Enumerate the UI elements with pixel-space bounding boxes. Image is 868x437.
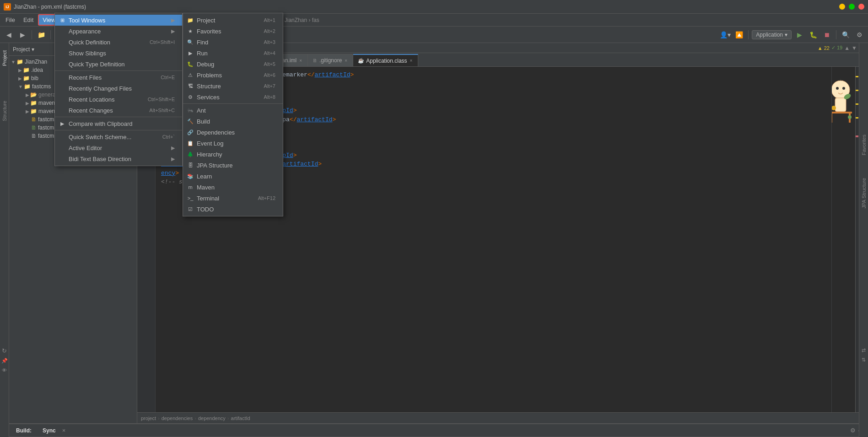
settings-icon[interactable]: ⚙	[850, 427, 856, 434]
tab-close-button[interactable]: ×	[409, 58, 414, 64]
view-menu-quick-switch[interactable]: Quick Switch Scheme... Ctrl+`	[55, 131, 182, 142]
tw-build[interactable]: 🔨 Build	[183, 116, 283, 127]
shortcut-label: Alt+F12	[258, 195, 275, 201]
tw-jpa-structure[interactable]: 🗄 JPA Structure	[183, 160, 283, 171]
tw-project[interactable]: 📁 Project Alt+1	[183, 15, 283, 26]
tree-expand-icon: ▶	[26, 92, 29, 97]
tab-gitignore[interactable]: 🗎 .gitignore ×	[308, 54, 353, 66]
recent-changes-icon	[59, 107, 66, 114]
breadcrumb-separator: ›	[158, 415, 160, 421]
settings-button[interactable]: ⚙	[853, 29, 865, 41]
sort-icon[interactable]: ⇅	[862, 357, 866, 363]
bottom-tab-build[interactable]: Build:	[11, 426, 36, 435]
tw-find[interactable]: 🔍 Find Alt+3	[183, 37, 283, 48]
project-panel-label[interactable]: Project	[1, 47, 8, 70]
tw-learn[interactable]: 📚 Learn	[183, 171, 283, 182]
tw-hierarchy[interactable]: 🌲 Hierarchy	[183, 149, 283, 160]
view-menu-recent-changes[interactable]: Recent Changes Alt+Shift+C	[55, 105, 182, 116]
maximize-button[interactable]	[849, 4, 855, 10]
view-menu-compare-clipboard[interactable]: ▶ Compare with Clipboard	[55, 118, 182, 129]
tw-terminal[interactable]: >_ Terminal Alt+F12	[183, 193, 283, 204]
sync-tab-close-button[interactable]: ×	[62, 427, 66, 434]
breadcrumb-item[interactable]: dependencies	[162, 415, 193, 421]
prev-warning-button[interactable]: ▲	[844, 45, 850, 51]
next-warning-button[interactable]: ▼	[852, 45, 857, 51]
tab-icon: ☕	[358, 58, 364, 64]
run-config-label: Application	[756, 32, 783, 38]
tw-run[interactable]: ▶ Run Alt+4	[183, 48, 283, 59]
back-button[interactable]: ◀	[3, 29, 15, 41]
submenu-arrow-icon: ▶	[171, 17, 175, 23]
tw-structure[interactable]: 🏗 Structure Alt+7	[183, 81, 283, 92]
bottom-right-strip: ⇄ ⇅	[859, 345, 868, 437]
tab-close-button[interactable]: ×	[298, 58, 303, 64]
tw-dependencies[interactable]: 🔗 Dependencies	[183, 127, 283, 138]
menu-edit[interactable]: Edit	[20, 15, 37, 25]
tw-debug[interactable]: 🐛 Debug Alt+5	[183, 59, 283, 70]
favorites-label[interactable]: Favorites	[861, 135, 867, 155]
view-menu-appearance[interactable]: Appearance ▶	[55, 26, 182, 37]
quick-type-icon	[59, 60, 66, 68]
editor-scrollbar-panel[interactable]	[831, 67, 859, 412]
folder-icon: 📁	[23, 75, 30, 81]
shortcut-label: Alt+3	[264, 39, 275, 45]
view-menu-show-siblings[interactable]: Show Siblings	[55, 48, 182, 59]
breadcrumb-item[interactable]: dependency	[198, 415, 226, 421]
tw-maven[interactable]: m Maven	[183, 182, 283, 193]
bottom-tab-sync[interactable]: Sync	[38, 426, 60, 435]
tree-item-label: fastcms	[32, 83, 51, 90]
tw-event-log[interactable]: 📋 Event Log	[183, 138, 283, 149]
forward-button[interactable]: ▶	[16, 29, 28, 41]
tw-favorites[interactable]: ★ Favorites Alt+2	[183, 26, 283, 37]
tw-problems[interactable]: ⚠ Problems Alt+6	[183, 70, 283, 81]
view-menu-tool-windows[interactable]: ⊞ Tool Windows ▶	[55, 15, 182, 26]
close-button[interactable]	[858, 4, 864, 10]
view-menu-recent-files[interactable]: Recent Files Ctrl+E	[55, 72, 182, 83]
menu-file[interactable]: File	[2, 15, 19, 25]
tab-close-button[interactable]: ×	[344, 58, 348, 64]
warning-count: ▲ 22	[818, 45, 830, 51]
eye-icon[interactable]: 👁	[2, 367, 7, 373]
pin-icon[interactable]: 📌	[1, 358, 8, 364]
wrap-icon[interactable]: ⇄	[862, 347, 866, 353]
tw-services[interactable]: ⚙ Services Alt+8	[183, 92, 283, 103]
tw-ant[interactable]: 🐜 Ant	[183, 105, 283, 116]
breadcrumb-separator: ›	[227, 415, 229, 421]
tool-windows-submenu: 📁 Project Alt+1 ★ Favorites Alt+2 🔍 Find…	[183, 13, 283, 216]
active-editor-icon	[59, 144, 66, 151]
menu-separator	[183, 103, 283, 104]
bottom-left-strip: ↻ 📌 👁	[0, 345, 9, 437]
view-menu-recently-changed[interactable]: Recently Changed Files	[55, 83, 182, 94]
refresh-icon[interactable]: ↻	[2, 347, 7, 354]
folder-icon: 📂	[30, 92, 37, 98]
stop-button[interactable]: ⏹	[821, 29, 833, 41]
view-menu-quick-definition[interactable]: Quick Definition Ctrl+Shift+I	[55, 37, 182, 48]
structure-panel-label[interactable]: Structure	[1, 97, 8, 125]
debug-button[interactable]: 🐛	[807, 29, 819, 41]
menu-item-label: Show Siblings	[69, 50, 106, 57]
search-everywhere-button[interactable]: 🔍	[840, 29, 852, 41]
svg-rect-3	[835, 98, 846, 112]
window-controls[interactable]	[839, 4, 864, 10]
breadcrumb-item[interactable]: artifactId	[231, 415, 250, 421]
tree-item-label: bib	[31, 75, 38, 81]
view-menu-recent-locations[interactable]: Recent Locations Ctrl+Shift+E	[55, 94, 182, 105]
view-menu-quick-type-definition[interactable]: Quick Type Definition	[55, 59, 182, 70]
vcs-update-button[interactable]: 👤▾	[719, 29, 731, 41]
breadcrumb-item[interactable]: project	[141, 415, 156, 421]
tab-application-class[interactable]: ☕ Application.class ×	[353, 54, 418, 66]
run-config-selector[interactable]: Application ▾	[752, 30, 792, 39]
jpa-structure-label[interactable]: JPA Structure	[861, 178, 867, 208]
minimize-button[interactable]	[839, 4, 845, 10]
view-menu-bidi-text[interactable]: Bidi Text Base Direction ▶	[55, 153, 182, 164]
tw-todo[interactable]: ☑ TODO	[183, 204, 283, 215]
window-title: JianZhan - pom.xml (fastcms)	[14, 4, 86, 10]
folder-icon: 📁	[24, 83, 31, 90]
minimap-scrollbar[interactable]	[855, 67, 859, 412]
view-menu-active-editor[interactable]: Active Editor ▶	[55, 142, 182, 153]
vcs-push-button[interactable]: 🔼	[733, 29, 745, 41]
breadcrumb-separator: ›	[194, 415, 196, 421]
recent-files-button[interactable]: 📁	[35, 29, 47, 41]
run-button[interactable]: ▶	[793, 29, 805, 41]
toolbar-separator-6	[836, 30, 836, 39]
